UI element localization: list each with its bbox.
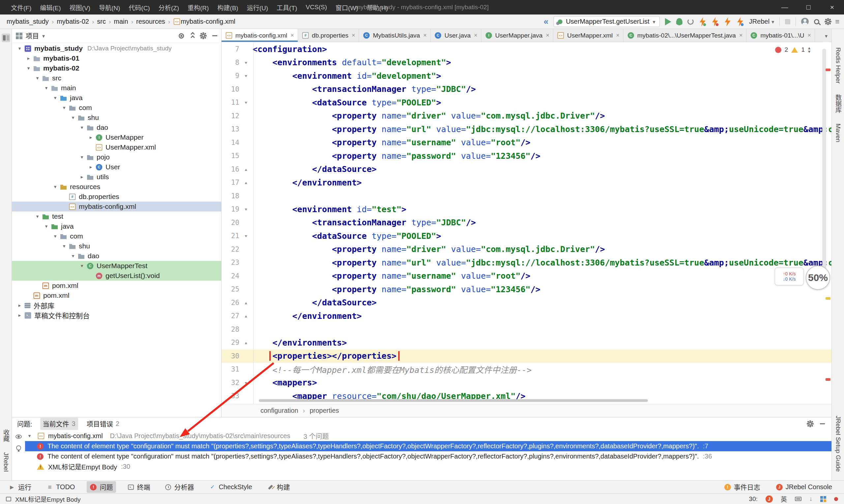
problems-tab[interactable]: 当前文件3 — [40, 418, 78, 430]
tree-expand-icon[interactable]: ▸ — [15, 302, 24, 308]
tree-item[interactable]: getUserList():void — [12, 271, 221, 281]
tab-close-icon[interactable]: × — [352, 32, 356, 39]
tree-expand-icon[interactable]: ▾ — [77, 263, 86, 269]
editor-tab[interactable]: mybatis-01\...\U× — [746, 29, 815, 42]
tree-expand-icon[interactable]: ▾ — [42, 85, 51, 91]
tree-expand-icon[interactable]: ▾ — [60, 105, 69, 111]
tree-expand-icon[interactable]: ▾ — [60, 243, 69, 249]
profile-avatar[interactable] — [801, 18, 809, 25]
tree-item[interactable]: ▾com — [12, 103, 221, 113]
code-line[interactable]: 11▾ <dataSource type="POOLED"> — [222, 96, 831, 109]
stripe-button[interactable]: Maven — [834, 124, 842, 142]
code-line[interactable]: 12 <property name="driver" value="com.my… — [222, 109, 831, 123]
toolwindow-button[interactable]: 构建 — [264, 481, 293, 493]
problems-file-row[interactable]: ▾ mybatis-config.xml D:\Java Project\myb… — [25, 431, 831, 441]
tabs-overflow-chevron[interactable] — [823, 29, 829, 42]
tree-item[interactable]: ▸UserMapper — [12, 132, 221, 142]
tree-expand-icon[interactable]: ▾ — [69, 253, 77, 259]
code-line[interactable]: 19▾ <environment id="test"> — [222, 203, 831, 216]
fold-marker-icon[interactable]: ▾ — [239, 233, 253, 238]
tree-item[interactable]: ▾mybatis_studyD:\Java Project\mybatis_st… — [12, 43, 221, 53]
expand-arrow-icon[interactable]: ▾ — [25, 433, 34, 439]
code-line[interactable]: 13 <property name="url" value="jdbc:mysq… — [222, 123, 831, 136]
code-line[interactable]: 30 <properties></properties> — [222, 349, 831, 363]
tree-item[interactable]: ▾dao — [12, 251, 221, 261]
warning-stripe-mark[interactable] — [826, 297, 830, 300]
restart-icon[interactable] — [687, 18, 694, 25]
fold-marker-icon[interactable]: ▾ — [239, 206, 253, 212]
jrebel-remote-icon[interactable] — [737, 17, 744, 26]
stripe-button[interactable]: JRebel — [2, 452, 10, 472]
tree-item[interactable]: ▸utils — [12, 172, 221, 182]
problem-row[interactable]: !The content of element type "configurat… — [25, 441, 831, 451]
tree-expand-icon[interactable]: ▸ — [86, 134, 95, 140]
breadcrumb-item[interactable]: mybatis-config.xml — [181, 18, 236, 25]
menu-item[interactable]: 编辑(E) — [36, 3, 65, 12]
code-line[interactable]: 10 <transactionManager type="JDBC"/> — [222, 83, 831, 96]
fold-marker-icon[interactable]: ▾ — [239, 100, 253, 105]
code-line[interactable]: 29▴ </environments> — [222, 336, 831, 349]
code-line[interactable]: 25 <property name="password" value="1234… — [222, 283, 831, 296]
fold-marker-icon[interactable]: ▾ — [239, 60, 253, 65]
code-editor[interactable]: 7<configuration>8▾ <environments default… — [222, 42, 831, 404]
code-line[interactable]: 26▴ </dataSource> — [222, 296, 831, 310]
fold-marker-icon[interactable]: ▴ — [239, 340, 253, 345]
debug-button[interactable] — [676, 18, 682, 25]
breadcrumb-configuration[interactable]: configuration — [260, 407, 298, 414]
notification-dot-icon[interactable] — [834, 497, 838, 501]
jrebel-sync-icon[interactable] — [724, 17, 731, 26]
tree-item[interactable]: ▾java — [12, 221, 221, 231]
editor-tab[interactable]: UserMapper.java× — [481, 29, 553, 42]
code-line[interactable]: 15 <property name="password" value="1234… — [222, 149, 831, 163]
problems-tab[interactable]: 项目错误2 — [84, 418, 122, 430]
tree-item[interactable]: ▾resources — [12, 182, 221, 192]
tab-close-icon[interactable]: × — [423, 32, 427, 39]
editor-tab[interactable]: User.java× — [431, 29, 481, 42]
quickfix-bulb-icon[interactable] — [16, 445, 21, 450]
tree-expand-icon[interactable]: ▸ — [24, 55, 33, 61]
tab-close-icon[interactable]: × — [474, 32, 478, 39]
tree-item[interactable]: ▾test — [12, 212, 221, 221]
tree-item[interactable]: UserMapper.xml — [12, 142, 221, 152]
tree-item[interactable]: ▸草稿文件和控制台 — [12, 310, 221, 320]
tab-close-icon[interactable]: × — [739, 32, 743, 39]
tree-item[interactable]: ▸mybatis-01 — [12, 53, 221, 63]
tree-expand-icon[interactable]: ▾ — [42, 223, 51, 229]
breadcrumb-properties[interactable]: properties — [310, 407, 339, 414]
breadcrumb-item[interactable]: resources — [136, 18, 165, 25]
tree-expand-icon[interactable]: ▾ — [77, 125, 86, 130]
tree-item[interactable]: ▾src — [12, 73, 221, 83]
editor-horizontal-scrollbar[interactable] — [259, 399, 648, 402]
toolwindow-button[interactable]: 事件日志 — [721, 481, 763, 493]
error-stripe-mark[interactable] — [826, 378, 830, 381]
jrebel-run-icon[interactable] — [699, 17, 706, 26]
hide-panel-icon[interactable] — [212, 35, 217, 36]
minimize-button[interactable]: — — [773, 0, 796, 15]
download-icon[interactable]: ↓ — [809, 496, 812, 502]
menu-item[interactable]: VCS(S) — [302, 4, 331, 11]
tree-item[interactable]: mybatis-config.xml — [12, 202, 221, 212]
problem-row[interactable]: !XML标记是Empyt Body:30 — [25, 462, 831, 472]
tree-expand-icon[interactable]: ▸ — [77, 174, 86, 180]
locate-file-icon[interactable] — [179, 33, 184, 38]
menu-item[interactable]: 导航(N) — [94, 3, 124, 12]
code-line[interactable]: 28 — [222, 323, 831, 336]
search-icon[interactable] — [814, 19, 819, 24]
code-line[interactable]: 21▾ <dataSource type="POOLED"> — [222, 229, 831, 243]
tab-close-icon[interactable]: × — [546, 32, 550, 39]
tree-item[interactable]: ▾dao — [12, 123, 221, 132]
tree-expand-icon[interactable]: ▸ — [15, 312, 24, 318]
code-line[interactable]: 27▴ </environment> — [222, 309, 831, 323]
toolwindow-button[interactable]: TODO — [43, 482, 78, 492]
editor-tab[interactable]: MybatisUtils.java× — [359, 29, 431, 42]
tree-expand-icon[interactable]: ▾ — [51, 233, 60, 239]
tree-item[interactable]: pom.xml — [12, 290, 221, 301]
hide-panel-icon[interactable] — [820, 423, 825, 424]
settings-gear-icon[interactable] — [202, 34, 205, 38]
settings-gear-icon[interactable] — [808, 422, 812, 426]
inspection-widget[interactable]: 2 1 ▴▾ — [775, 46, 810, 53]
code-line[interactable]: 17▴ </environment> — [222, 176, 831, 190]
toolwindow-button[interactable]: JRebel Console — [773, 482, 836, 492]
menu-item[interactable]: 代码(C) — [124, 3, 154, 12]
editor-tab[interactable]: mybatis-02\...\UserMapperTest.java× — [623, 29, 746, 42]
